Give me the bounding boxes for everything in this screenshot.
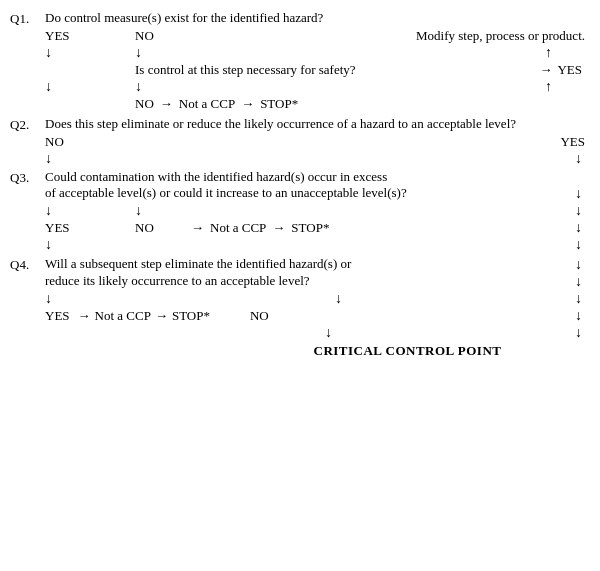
q2-no: NO xyxy=(45,134,135,150)
ccp-label: CRITICAL CONTROL POINT xyxy=(245,343,570,359)
q4-label: Q4. xyxy=(10,256,45,359)
q4-yes: YES xyxy=(45,308,70,324)
q1-yes: YES xyxy=(45,28,135,44)
haccp-decision-tree: Q1. Do control measure(s) exist for the … xyxy=(0,0,600,571)
q2-question: Does this step eliminate or reduce the l… xyxy=(45,116,590,132)
q3-question-line2: of acceptable level(s) or could it incre… xyxy=(45,185,575,201)
q1-question: Do control measure(s) exist for the iden… xyxy=(45,10,590,26)
q1-sub-no: NO xyxy=(135,96,154,112)
q2-yes: YES xyxy=(560,134,590,150)
q1-sub-yes: YES xyxy=(557,62,582,78)
q4-stop: STOP* xyxy=(172,308,210,324)
q3-yes: YES xyxy=(45,220,135,236)
q4-no: NO xyxy=(250,308,269,324)
q3-question-line1: Could contamination with the identified … xyxy=(45,169,590,185)
q1-modify: Modify step, process or product. xyxy=(265,28,590,44)
q3-no: NO xyxy=(135,220,185,236)
q4-question-line1: Will a subsequent step eliminate the ide… xyxy=(45,256,575,272)
q1-stop: STOP* xyxy=(260,96,298,112)
q3-stop: STOP* xyxy=(291,220,329,236)
q1-not-ccp: Not a CCP xyxy=(179,96,235,112)
q1-no: NO xyxy=(135,28,265,44)
q3-not-ccp: Not a CCP xyxy=(210,220,266,236)
q3-label: Q3. xyxy=(10,169,45,253)
q4-not-ccp: Not a CCP xyxy=(95,308,151,324)
q2-label: Q2. xyxy=(10,116,45,167)
q4-question-line2: reduce its likely occurrence to an accep… xyxy=(45,273,575,289)
q1-label: Q1. xyxy=(10,10,45,114)
q1-sub-question: Is control at this step necessary for sa… xyxy=(135,62,539,78)
